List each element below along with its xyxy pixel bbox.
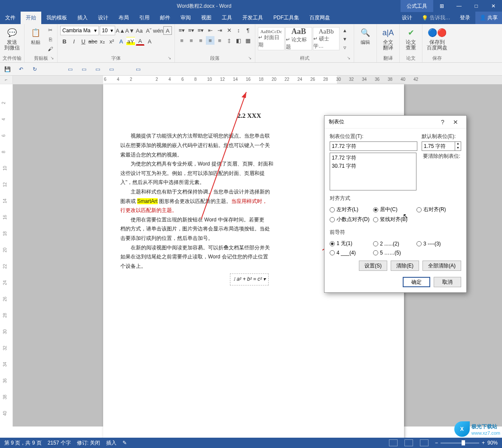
style-item-1[interactable]: AaB↵ 论文标题 [285,27,312,50]
radio-align-center[interactable]: 居中(C) [373,205,416,215]
line-spacing-button[interactable]: ‡ [225,36,233,45]
dialog-titlebar[interactable]: 制表位 ? ✕ [324,116,466,129]
undo-button[interactable]: ↶ [16,64,26,74]
para-dialog-launcher[interactable]: ↘ [248,55,254,61]
ribbon-options-button[interactable]: ⊞ [433,0,450,12]
qat-btn-d[interactable]: ▭ [107,64,116,74]
styles-dialog-launcher[interactable]: ↘ [347,55,353,61]
qat-btn-a[interactable]: ▭ [65,64,75,74]
tab-baidu[interactable]: 百度网盘 [304,12,335,24]
highlight-button[interactable]: aY [126,37,135,46]
tab-file[interactable]: 文件 [0,12,21,24]
view-web-button[interactable] [420,439,429,446]
indent-inc-button[interactable]: ⇥ [215,26,224,34]
radio-align-left[interactable]: 左对齐(L) [330,205,373,215]
subscript-button[interactable]: x₂ [98,37,107,46]
ok-button[interactable]: 确定 [403,277,430,287]
zoom-in-button[interactable]: + [482,440,485,446]
cancel-button[interactable]: 取消 [434,277,461,287]
grow-font-button[interactable]: A▲ [116,26,125,35]
styles-more-button[interactable]: ▿ [340,43,349,52]
tab-references[interactable]: 引用 [134,12,155,24]
tab-home[interactable]: 开始 [21,12,41,24]
set-button[interactable]: 设置(S) [359,261,387,271]
dialog-help-button[interactable]: ? [436,119,449,126]
char-shading-button[interactable]: A [145,37,154,46]
equation-box[interactable]: ⫶ a² + b² = c² ▾ [230,273,269,285]
cut-button[interactable]: ✂ [46,26,55,34]
clipboard-dialog-launcher[interactable]: ↘ [50,55,56,61]
show-marks-button[interactable]: ¶ [244,26,252,34]
font-color-button[interactable]: A [136,37,144,46]
save-button[interactable]: 💾 [3,64,12,74]
font-dialog-launcher[interactable]: ↘ [168,55,174,61]
zoom-out-button[interactable]: − [435,440,438,446]
list-item[interactable]: 17.72 字符 [332,154,414,162]
clearall-button[interactable]: 全部清除(A) [422,261,461,271]
dialog-close-button[interactable]: ✕ [449,119,462,126]
underline-button[interactable]: U [79,37,88,46]
radio-leader-1[interactable]: 1 无(1) [330,239,373,249]
edit-button[interactable]: 🔍编辑 [357,26,374,46]
qat-btn-c[interactable]: ▭ [93,64,102,74]
close-button[interactable]: ✕ [485,0,502,12]
superscript-button[interactable]: x² [107,37,116,46]
default-tab-input[interactable] [422,141,455,151]
radio-align-bar[interactable]: 竖线对齐(B) [373,215,416,224]
tab-pos-input[interactable] [330,141,417,151]
radio-leader-4[interactable]: 4 ___(4) [330,249,373,257]
minimize-button[interactable]: — [450,0,468,12]
radio-leader-5[interactable]: 5 ……(5) [373,249,416,257]
styles-up-button[interactable]: ▴ [340,26,349,34]
redo-button[interactable]: ↻ [30,64,40,74]
spin-down-button[interactable]: ▼ [455,146,461,150]
status-extra-icon[interactable]: ✎ [122,440,127,446]
status-insert[interactable]: 插入 [106,439,116,447]
maximize-button[interactable]: □ [468,0,485,12]
indent-dec-button[interactable]: ⇤ [206,26,214,34]
tab-developer[interactable]: 开发工具 [237,12,268,24]
tab-review[interactable]: 审阅 [175,12,196,24]
phonetic-button[interactable]: wén [154,26,162,35]
align-left-button[interactable]: ≡ [178,36,186,45]
font-name-combo[interactable]: Cambria Ma▾ [60,26,99,35]
zoom-percent[interactable]: 90% [487,440,498,446]
radio-align-right[interactable]: 右对齐(R) [416,205,460,215]
strike-button[interactable]: abc [89,37,97,46]
tab-mytemplate[interactable]: 我的模板 [41,12,72,24]
font-size-combo[interactable]: 10▾ [100,26,115,35]
qat-btn-e[interactable]: ▭ [133,64,143,74]
vertical-ruler[interactable]: 246810121416182022242628303234363840 [0,84,13,427]
radio-leader-2[interactable]: 2 ......(2) [373,239,416,249]
shading-button[interactable]: ◧ [234,36,243,45]
styles-down-button[interactable]: ▾ [340,34,349,43]
view-read-button[interactable] [389,439,398,446]
spin-up-button[interactable]: ▲ [455,142,461,146]
tab-insert[interactable]: 插入 [72,12,93,24]
tab-tools[interactable]: 工具 [217,12,237,24]
style-item-2[interactable]: AaBb↵ 硕士学… [313,27,340,50]
baidu-save-button[interactable]: 🔵🔴保存到百度网盘 [425,26,449,52]
login-button[interactable]: 登录 [455,12,475,24]
tab-mail[interactable]: 邮件 [155,12,175,24]
tab-layout[interactable]: 布局 [113,12,134,24]
tab-context-design[interactable]: 设计 [397,12,417,24]
format-painter-button[interactable]: 🖌 [46,45,55,53]
change-case-button[interactable]: Aa [135,26,144,35]
char-border-button[interactable]: A [163,26,172,35]
share-button[interactable]: 👤 共享 [475,12,502,24]
copy-button[interactable]: ⎘ [46,35,55,44]
textdir-button[interactable]: ✕ [225,26,233,34]
view-print-button[interactable] [404,439,413,446]
borders-button[interactable]: ▦ [244,36,252,45]
paste-button[interactable]: 📋粘贴 [27,26,44,46]
bullets-button[interactable]: ≡▾ [178,26,186,34]
translate-button[interactable]: a|A全文翻译 [380,26,397,52]
horizontal-ruler[interactable]: 6422468101214161820222426283032343638404… [13,76,502,84]
zoom-slider[interactable] [441,442,479,444]
clear-format-button[interactable]: Aˇ [144,26,153,35]
style-item-0[interactable]: AaBbCcDc↵ 封面日期 [258,27,285,50]
sort-button[interactable]: ↕ [234,26,243,34]
list-item[interactable]: 30.71 字符 [332,162,414,170]
distribute-button[interactable]: ≡ [215,36,224,45]
